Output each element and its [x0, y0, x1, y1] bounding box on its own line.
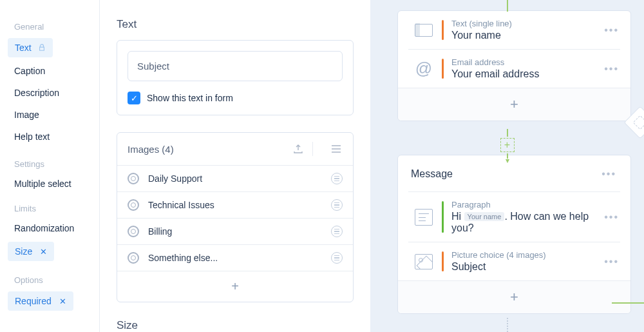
flow-line: [507, 129, 508, 137]
card-row[interactable]: Text (single line) Your name •••: [398, 11, 630, 49]
accent-bar: [442, 201, 444, 233]
card-row[interactable]: Picture choice (4 images) Subject •••: [398, 242, 630, 280]
add-field-button[interactable]: +: [398, 88, 630, 121]
more-icon[interactable]: •••: [603, 256, 620, 268]
sidebar-item-label: Required: [15, 296, 52, 306]
flow-line: [612, 302, 644, 304]
section-title: Text: [117, 18, 354, 31]
checkbox-icon[interactable]: ✓: [128, 92, 140, 104]
text-panel: ✓ Show this text in form: [117, 40, 354, 115]
flow-line: [507, 0, 508, 12]
sidebar-item-caption[interactable]: Caption: [0, 60, 99, 82]
more-icon[interactable]: •••: [603, 24, 620, 36]
at-icon: @: [408, 59, 439, 79]
picture-icon: [408, 254, 439, 269]
images-title: Images (4): [128, 144, 283, 155]
card-row[interactable]: Paragraph Hi Your name. How can we help …: [398, 192, 630, 242]
textline-icon: [408, 24, 439, 37]
image-option-label: Daily Support: [148, 173, 331, 184]
paragraph-icon: [408, 209, 439, 226]
sidebar-group-settings: Settings: [0, 155, 99, 173]
arrow-down-icon: ▾: [506, 156, 509, 165]
size-section: Size Small Medium Large: [117, 319, 354, 332]
checkmark-icon: ✓: [131, 93, 138, 103]
sidebar: General Text Caption Description Image H…: [0, 0, 100, 332]
sidebar-item-size[interactable]: Size ✕: [8, 242, 54, 261]
menu-icon[interactable]: [330, 145, 343, 153]
flow-line-dotted: [507, 318, 508, 332]
image-option-row[interactable]: Billing: [117, 219, 353, 245]
sidebar-item-randomization[interactable]: Randomization: [0, 217, 99, 239]
sidebar-group-options: Options: [0, 271, 99, 289]
row-menu-icon[interactable]: [331, 173, 343, 184]
more-icon[interactable]: •••: [600, 168, 618, 180]
sidebar-item-image[interactable]: Image: [0, 104, 99, 126]
sidebar-item-required[interactable]: Required ✕: [8, 291, 73, 311]
subject-input[interactable]: [128, 51, 343, 81]
row-menu-icon[interactable]: [331, 226, 343, 237]
section-title: Size: [117, 319, 354, 332]
image-option-label: Billing: [148, 226, 331, 237]
image-option-row[interactable]: Something else...: [117, 245, 353, 271]
sidebar-item-help-text[interactable]: Help text: [0, 126, 99, 148]
close-icon[interactable]: ✕: [59, 297, 66, 306]
checkbox-label: Show this text in form: [147, 93, 233, 103]
radio-icon: [128, 199, 139, 211]
images-header: Images (4): [117, 133, 353, 166]
image-option-label: Something else...: [148, 253, 331, 263]
field-type-label: Paragraph: [451, 200, 603, 210]
close-icon[interactable]: ✕: [40, 247, 47, 257]
field-value: Hi Your name. How can we help you?: [451, 211, 603, 234]
form-card: Text (single line) Your name ••• @ Email…: [397, 10, 631, 121]
field-type-label: Email address: [451, 57, 603, 67]
sidebar-group-limits: Limits: [0, 200, 99, 217]
show-in-form-option[interactable]: ✓ Show this text in form: [128, 92, 343, 104]
accent-bar: [442, 59, 444, 79]
upload-icon[interactable]: [292, 144, 305, 154]
divider: [312, 142, 313, 156]
sidebar-item-label: Size: [15, 246, 32, 257]
more-icon[interactable]: •••: [603, 211, 620, 223]
preview-canvas: Text (single line) Your name ••• @ Email…: [370, 0, 644, 332]
radio-icon: [128, 226, 139, 237]
card-header: Message •••: [398, 155, 630, 191]
image-option-label: Technical Issues: [148, 200, 331, 210]
images-section: Images (4) Daily Support Technical Issue…: [117, 132, 354, 302]
field-value: Your email address: [451, 68, 603, 80]
more-icon[interactable]: •••: [603, 63, 620, 75]
image-option-row[interactable]: Technical Issues: [117, 192, 353, 219]
add-image-button[interactable]: +: [117, 271, 353, 302]
radio-icon: [128, 252, 139, 264]
variable-token[interactable]: Your name: [464, 212, 505, 221]
field-value: Subject: [451, 261, 603, 273]
radio-icon: [128, 173, 139, 184]
add-step-button[interactable]: +: [500, 138, 515, 152]
text-section: Text ✓ Show this text in form: [117, 18, 354, 115]
sidebar-group-general: General: [0, 18, 99, 35]
card-title: Message: [411, 168, 600, 180]
add-field-button[interactable]: +: [398, 280, 630, 313]
accent-bar: [442, 251, 444, 271]
card-row[interactable]: @ Email address Your email address •••: [398, 50, 630, 88]
editor-panel: Text ✓ Show this text in form Images (4): [100, 0, 370, 332]
accent-bar: [442, 20, 444, 40]
field-type-label: Picture choice (4 images): [451, 250, 603, 260]
form-card-message: Message ••• Paragraph Hi Your name. How …: [397, 155, 631, 314]
sidebar-item-label: Text: [15, 43, 32, 53]
sidebar-item-description[interactable]: Description: [0, 82, 99, 104]
field-type-label: Text (single line): [451, 19, 603, 28]
row-menu-icon[interactable]: [331, 252, 343, 264]
row-menu-icon[interactable]: [331, 199, 343, 211]
image-option-row[interactable]: Daily Support: [117, 166, 353, 192]
field-value: Your name: [451, 30, 603, 41]
lock-icon: [38, 44, 46, 52]
sidebar-item-multiple-select[interactable]: Multiple select: [0, 173, 99, 195]
sidebar-item-text[interactable]: Text: [8, 38, 53, 57]
